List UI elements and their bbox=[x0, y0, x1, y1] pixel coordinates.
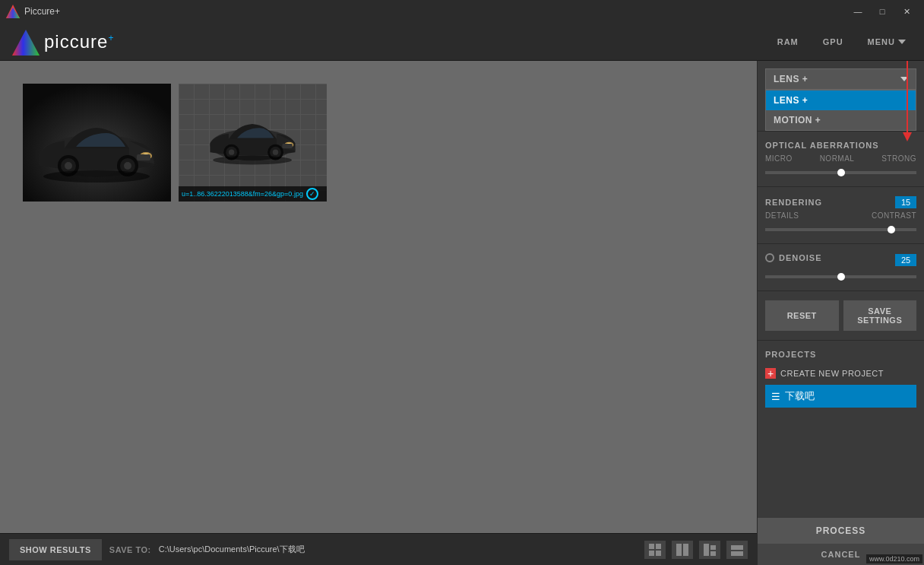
view-2x2-button[interactable] bbox=[644, 541, 666, 559]
svg-rect-35 bbox=[710, 545, 716, 550]
strong-label: STRONG bbox=[881, 154, 916, 163]
rendering-section: RENDERING 15 DETAILS CONTRAST bbox=[758, 190, 924, 240]
svg-rect-20 bbox=[282, 144, 292, 148]
divider-3 bbox=[758, 243, 924, 244]
svg-rect-32 bbox=[676, 544, 682, 556]
svg-rect-33 bbox=[683, 544, 688, 556]
project-item[interactable]: ☰ 下载吧 bbox=[765, 385, 916, 408]
svg-rect-31 bbox=[656, 551, 661, 556]
denoise-row: DENOISE bbox=[765, 253, 822, 262]
check-icon bbox=[306, 188, 318, 200]
denoise-value-box: 25 bbox=[895, 254, 916, 266]
thumbnail-top[interactable] bbox=[23, 84, 171, 202]
save-path: C:\Users\pc\Documents\Piccure\下载吧 bbox=[159, 544, 305, 555]
app-title: Piccure+ bbox=[24, 6, 60, 17]
denoise-label: DENOISE bbox=[779, 253, 822, 262]
optical-aberrations-title: OPTICAL ABERRATIONS bbox=[765, 141, 916, 150]
project-name: 下载吧 bbox=[785, 389, 815, 403]
lens-option-motion[interactable]: MOTION + bbox=[766, 110, 916, 130]
view-single-button[interactable] bbox=[699, 541, 720, 559]
svg-rect-36 bbox=[710, 551, 716, 556]
save-to-label: SAVE TO: bbox=[109, 545, 151, 554]
optical-aberrations-slider[interactable] bbox=[765, 171, 916, 174]
lens-dropdown-selected[interactable]: LENS + bbox=[765, 68, 916, 90]
titlebar: Piccure+ — □ ✕ bbox=[0, 0, 924, 23]
projects-title: PROJECTS bbox=[765, 350, 916, 359]
view-controls bbox=[644, 541, 748, 559]
sidebar: LENS + LENS + MOTION + SPEED bbox=[757, 61, 924, 565]
menu-arrow-icon bbox=[898, 40, 906, 44]
svg-point-26 bbox=[273, 149, 278, 154]
gpu-button[interactable]: GPU bbox=[817, 34, 850, 49]
micro-label: MICRO bbox=[765, 154, 793, 163]
divider-5 bbox=[758, 340, 924, 341]
reset-button[interactable]: RESET bbox=[765, 300, 839, 331]
settings-button-row: RESET SAVE SETTINGS bbox=[758, 294, 924, 337]
lens-option-lens[interactable]: LENS + bbox=[766, 90, 916, 110]
thumbnail-bottom[interactable]: u=1..86.36222013588&fm=26&gp=0.jpg bbox=[179, 84, 327, 202]
view-wide-button[interactable] bbox=[726, 541, 748, 559]
logo: piccure+ bbox=[12, 28, 114, 56]
denoise-radio[interactable] bbox=[765, 253, 774, 262]
grid-1x2-icon bbox=[676, 543, 689, 557]
header: piccure+ RAM GPU MENU bbox=[0, 23, 924, 61]
sidebar-spacer bbox=[758, 437, 924, 519]
car-image bbox=[23, 84, 171, 202]
svg-rect-8 bbox=[137, 154, 150, 160]
svg-point-15 bbox=[43, 170, 150, 183]
menu-button[interactable]: MENU bbox=[862, 34, 912, 49]
svg-rect-29 bbox=[656, 544, 661, 549]
logo-icon bbox=[12, 28, 40, 56]
contrast-label: CONTRAST bbox=[872, 211, 916, 220]
aberrations-labels: MICRO NORMAL STRONG bbox=[765, 154, 916, 163]
show-results-button[interactable]: SHOW RESULTS bbox=[9, 539, 102, 560]
save-settings-button[interactable]: SAVE SETTINGS bbox=[843, 300, 917, 331]
content-area: u=1..86.36222013588&fm=26&gp=0.jpg SHOW … bbox=[0, 61, 757, 565]
svg-rect-30 bbox=[649, 551, 654, 556]
optical-aberrations-section: OPTICAL ABERRATIONS MICRO NORMAL STRONG bbox=[758, 135, 924, 183]
plus-icon: + bbox=[765, 368, 776, 379]
bottom-bar: SHOW RESULTS SAVE TO: C:\Users\pc\Docume… bbox=[0, 533, 757, 565]
lens-dropdown: LENS + LENS + MOTION + bbox=[765, 68, 916, 90]
grid-single-icon bbox=[703, 543, 717, 557]
rendering-value-row: RENDERING 15 bbox=[765, 196, 916, 208]
thumb-label: u=1..86.36222013588&fm=26&gp=0.jpg bbox=[179, 186, 327, 202]
project-icon: ☰ bbox=[771, 391, 780, 402]
create-project-label: CREATE NEW PROJECT bbox=[780, 369, 884, 378]
svg-rect-37 bbox=[731, 545, 743, 550]
svg-rect-28 bbox=[649, 544, 654, 549]
header-right: RAM GPU MENU bbox=[771, 34, 912, 49]
svg-point-23 bbox=[229, 149, 234, 154]
rendering-slider[interactable] bbox=[765, 228, 916, 231]
process-button[interactable]: PROCESS bbox=[758, 518, 924, 544]
create-new-project-button[interactable]: + CREATE NEW PROJECT bbox=[765, 365, 916, 382]
normal-label: NORMAL bbox=[820, 154, 855, 163]
svg-point-14 bbox=[124, 162, 131, 170]
car-svg bbox=[23, 84, 171, 202]
view-1x2-button[interactable] bbox=[672, 541, 693, 559]
thumb-bottom-image bbox=[179, 84, 327, 202]
svg-rect-38 bbox=[731, 551, 743, 556]
minimize-button[interactable]: — bbox=[846, 0, 869, 23]
svg-point-11 bbox=[65, 162, 72, 170]
maximize-button[interactable]: □ bbox=[871, 0, 894, 23]
svg-point-27 bbox=[213, 156, 292, 165]
svg-marker-2 bbox=[12, 30, 40, 56]
divider-2 bbox=[758, 186, 924, 187]
watermark: www.0d210.com bbox=[866, 554, 922, 563]
rendering-value-box: 15 bbox=[895, 196, 916, 208]
grid-wide-icon bbox=[730, 543, 744, 557]
denoise-slider[interactable] bbox=[765, 275, 916, 278]
divider-1 bbox=[758, 131, 924, 132]
ram-button[interactable]: RAM bbox=[771, 34, 805, 49]
close-button[interactable]: ✕ bbox=[895, 0, 918, 23]
svg-marker-1 bbox=[6, 8, 20, 18]
denoise-value-row: DENOISE 25 bbox=[765, 253, 916, 267]
grid-2x2-icon bbox=[648, 543, 662, 557]
divider-4 bbox=[758, 290, 924, 291]
projects-section: PROJECTS + CREATE NEW PROJECT ☰ 下载吧 bbox=[758, 344, 924, 437]
main-layout: u=1..86.36222013588&fm=26&gp=0.jpg SHOW … bbox=[0, 61, 924, 565]
dropdown-arrow-icon bbox=[900, 77, 908, 81]
app-icon bbox=[6, 5, 20, 18]
logo-text: piccure+ bbox=[44, 31, 114, 52]
